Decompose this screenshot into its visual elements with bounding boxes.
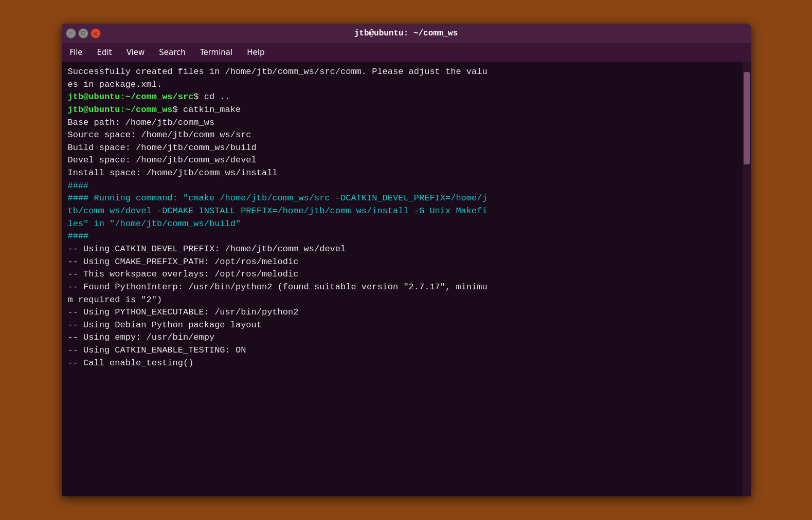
maximize-button[interactable]: □	[78, 28, 88, 39]
menu-terminal[interactable]: Terminal	[198, 47, 234, 58]
window-controls: − □ ✕	[66, 28, 101, 39]
output-line-7: Install space: /home/jtb/comm_ws/install	[68, 167, 734, 180]
output-line-8: ####	[68, 180, 734, 193]
window-title: jtb@ubuntu: ~/comm_ws	[354, 29, 458, 38]
menu-search[interactable]: Search	[157, 47, 188, 58]
output-line-1: jtb@ubuntu:~/comm_ws/src$ cd ..	[68, 91, 734, 104]
minimize-button[interactable]: −	[66, 28, 76, 39]
output-line-19: -- Call enable_testing()	[68, 357, 734, 370]
scrollbar-thumb[interactable]	[744, 72, 750, 164]
output-line-10: ####	[68, 230, 734, 243]
menu-help[interactable]: Help	[245, 47, 266, 58]
terminal-body[interactable]: Successfully created files in /home/jtb/…	[62, 62, 751, 496]
output-line-0: Successfully created files in /home/jtb/…	[68, 66, 734, 91]
output-line-11: -- Using CATKIN_DEVEL_PREFIX: /home/jtb/…	[68, 243, 734, 256]
output-line-14: -- Found PythonInterp: /usr/bin/python2 …	[68, 281, 734, 306]
output-line-4: Source space: /home/jtb/comm_ws/src	[68, 129, 734, 142]
menu-bar: File Edit View Search Terminal Help	[62, 43, 751, 62]
output-line-17: -- Using empy: /usr/bin/empy	[68, 331, 734, 344]
menu-view[interactable]: View	[124, 47, 147, 58]
output-line-16: -- Using Debian Python package layout	[68, 319, 734, 332]
output-line-3: Base path: /home/jtb/comm_ws	[68, 117, 734, 129]
output-line-12: -- Using CMAKE_PREFIX_PATH: /opt/ros/mel…	[68, 256, 734, 269]
output-line-13: -- This workspace overlays: /opt/ros/mel…	[68, 268, 734, 281]
scrollbar[interactable]	[743, 62, 751, 496]
output-line-5: Build space: /home/jtb/comm_ws/build	[68, 142, 734, 155]
menu-file[interactable]: File	[68, 47, 85, 58]
output-line-2: jtb@ubuntu:~/comm_ws$ catkin_make	[68, 104, 734, 117]
output-line-18: -- Using CATKIN_ENABLE_TESTING: ON	[68, 344, 734, 357]
terminal-content: Successfully created files in /home/jtb/…	[68, 66, 745, 369]
output-line-9: #### Running command: "cmake /home/jtb/c…	[68, 192, 734, 230]
close-button[interactable]: ✕	[91, 28, 101, 39]
output-line-6: Devel space: /home/jtb/comm_ws/devel	[68, 154, 734, 167]
terminal-window: − □ ✕ jtb@ubuntu: ~/comm_ws File Edit Vi…	[62, 24, 751, 496]
title-bar: − □ ✕ jtb@ubuntu: ~/comm_ws	[62, 24, 751, 43]
output-line-15: -- Using PYTHON_EXECUTABLE: /usr/bin/pyt…	[68, 306, 734, 319]
menu-edit[interactable]: Edit	[95, 47, 114, 58]
